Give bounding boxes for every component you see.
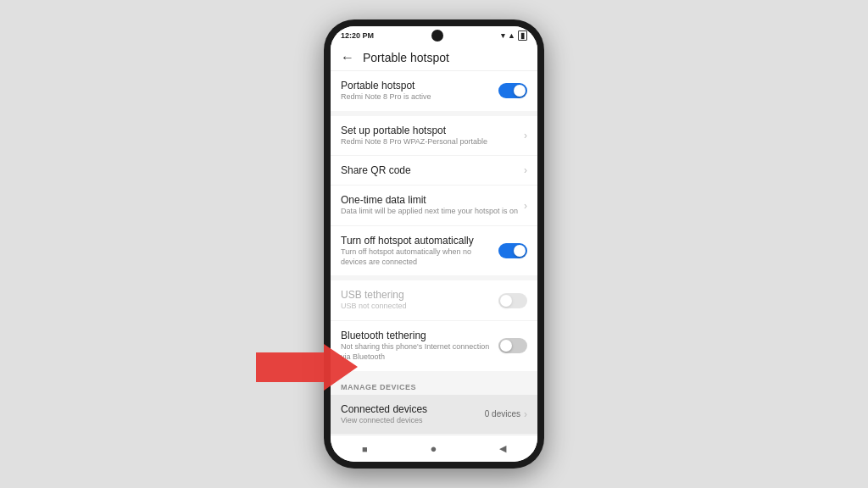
turn-off-auto-title: Turn off hotspot automatically xyxy=(341,235,498,247)
connected-devices-item[interactable]: Connected devices View connected devices… xyxy=(331,395,537,435)
turn-off-auto-toggle[interactable] xyxy=(498,243,527,258)
signal-icon: ▲ xyxy=(508,31,515,40)
connected-devices-subtitle: View connected devices xyxy=(341,416,485,426)
turn-off-auto-subtitle: Turn off hotspot automatically when no d… xyxy=(341,247,498,267)
share-qr-title: Share QR code xyxy=(341,164,524,176)
nav-home-button[interactable]: ● xyxy=(430,442,437,455)
usb-tethering-item[interactable]: USB tethering USB not connected xyxy=(331,280,537,321)
usb-tethering-toggle[interactable] xyxy=(498,293,527,308)
portable-hotspot-item[interactable]: Portable hotspot Redmi Note 8 Pro is act… xyxy=(331,71,537,111)
setup-hotspot-subtitle: Redmi Note 8 Pro WPAZ-Personal portable xyxy=(341,137,524,147)
one-time-data-title: One-time data limit xyxy=(341,194,524,206)
status-bar: 12:20 PM ▾ ▲ ▮ xyxy=(331,26,537,45)
setup-hotspot-title: Set up portable hotspot xyxy=(341,125,524,136)
nav-recent-button[interactable]: ■ xyxy=(362,444,368,454)
settings-content: Portable hotspot Redmi Note 8 Pro is act… xyxy=(331,71,537,435)
hotspot-toggle-section: Portable hotspot Redmi Note 8 Pro is act… xyxy=(331,71,537,111)
connected-devices-chevron: › xyxy=(524,408,527,420)
camera-notch xyxy=(431,30,443,42)
battery-icon: ▮ xyxy=(518,30,527,41)
back-button[interactable]: ← xyxy=(341,50,354,65)
setup-hotspot-item[interactable]: Set up portable hotspot Redmi Note 8 Pro… xyxy=(331,116,537,157)
one-time-data-chevron: › xyxy=(524,200,527,212)
bottom-nav: ■ ● ◀ xyxy=(331,435,537,462)
bluetooth-tethering-toggle[interactable] xyxy=(498,338,527,353)
devices-count: 0 devices xyxy=(485,409,520,419)
nav-back-button[interactable]: ◀ xyxy=(499,443,506,454)
manage-devices-label: MANAGE DEVICES xyxy=(331,376,537,395)
usb-tethering-title: USB tethering xyxy=(341,289,498,301)
manage-devices-label-container: MANAGE DEVICES xyxy=(331,376,537,395)
phone-screen: 12:20 PM ▾ ▲ ▮ ← Portable hotspot xyxy=(331,26,537,462)
connected-devices-section: Connected devices View connected devices… xyxy=(331,395,537,435)
turn-off-auto-item[interactable]: Turn off hotspot automatically Turn off … xyxy=(331,226,537,275)
status-icons: ▾ ▲ ▮ xyxy=(501,30,527,41)
share-qr-chevron: › xyxy=(524,164,527,176)
hotspot-options-section: Set up portable hotspot Redmi Note 8 Pro… xyxy=(331,116,537,276)
tethering-section: USB tethering USB not connected Bluetoot… xyxy=(331,280,537,370)
one-time-data-item[interactable]: One-time data limit Data limit will be a… xyxy=(331,186,537,226)
portable-hotspot-toggle[interactable] xyxy=(498,83,527,98)
setup-hotspot-chevron: › xyxy=(524,130,527,141)
page-title: Portable hotspot xyxy=(363,51,449,64)
phone-frame: 12:20 PM ▾ ▲ ▮ ← Portable hotspot xyxy=(324,19,544,469)
status-time: 12:20 PM xyxy=(341,31,374,40)
bluetooth-tethering-title: Bluetooth tethering xyxy=(341,330,498,341)
connected-devices-title: Connected devices xyxy=(341,403,485,415)
bluetooth-tethering-subtitle: Not sharing this phone's Internet connec… xyxy=(341,342,498,362)
share-qr-item[interactable]: Share QR code › xyxy=(331,156,537,186)
portable-hotspot-title: Portable hotspot xyxy=(341,80,498,92)
top-bar: ← Portable hotspot xyxy=(331,45,537,71)
bluetooth-tethering-item[interactable]: Bluetooth tethering Not sharing this pho… xyxy=(331,321,537,370)
wifi-icon: ▾ xyxy=(501,31,505,40)
portable-hotspot-subtitle: Redmi Note 8 Pro is active xyxy=(341,92,498,103)
usb-tethering-subtitle: USB not connected xyxy=(341,302,498,312)
one-time-data-subtitle: Data limit will be applied next time you… xyxy=(341,207,524,217)
